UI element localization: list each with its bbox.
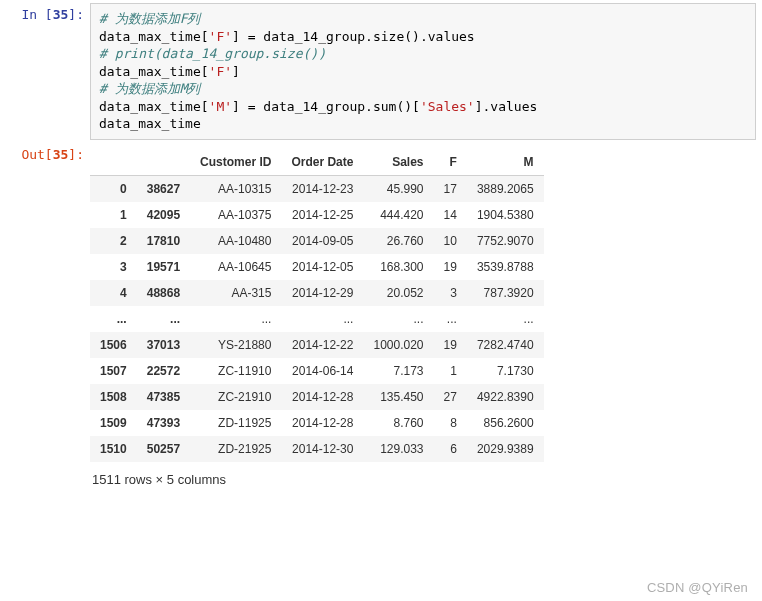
col-h2: Customer ID bbox=[190, 149, 281, 176]
col-h5: F bbox=[434, 149, 467, 176]
code-line-2b: ] = data_14_group.size().values bbox=[232, 29, 475, 44]
output-area: Customer ID Order Date Sales F M 038627A… bbox=[90, 143, 762, 497]
code-line-1: # 为数据添加F列 bbox=[99, 11, 200, 26]
input-cell: In [35]: # 为数据添加F列 data_max_time['F'] = … bbox=[0, 0, 762, 140]
code-line-3: # print(data_14_group.size()) bbox=[99, 46, 326, 61]
code-line-7: data_max_time bbox=[99, 116, 201, 131]
data-cell: 2014-12-28 bbox=[281, 384, 363, 410]
table-head: Customer ID Order Date Sales F M bbox=[90, 149, 544, 176]
data-cell: 2014-12-25 bbox=[281, 202, 363, 228]
col-h4: Sales bbox=[363, 149, 433, 176]
data-cell: 1 bbox=[434, 358, 467, 384]
data-cell: 2014-09-05 bbox=[281, 228, 363, 254]
data-cell: ZD-11925 bbox=[190, 410, 281, 436]
code-editor[interactable]: # 为数据添加F列 data_max_time['F'] = data_14_g… bbox=[90, 3, 756, 140]
row-index-cell: ... bbox=[137, 306, 190, 332]
data-cell: 787.3920 bbox=[467, 280, 544, 306]
data-cell: 8.760 bbox=[363, 410, 433, 436]
data-cell: 2014-12-30 bbox=[281, 436, 363, 462]
data-cell: 6 bbox=[434, 436, 467, 462]
code-line-4a: data_max_time[ bbox=[99, 64, 209, 79]
row-index-cell: 17810 bbox=[137, 228, 190, 254]
code-line-6s1: 'M' bbox=[209, 99, 232, 114]
data-cell: ... bbox=[190, 306, 281, 332]
data-cell: ... bbox=[467, 306, 544, 332]
table-row: 448868AA-3152014-12-2920.0523787.3920 bbox=[90, 280, 544, 306]
row-index-cell: 48868 bbox=[137, 280, 190, 306]
code-line-5: # 为数据添加M列 bbox=[99, 81, 200, 96]
in-prompt-number: 35 bbox=[53, 7, 69, 22]
data-cell: 168.300 bbox=[363, 254, 433, 280]
code-line-2a: data_max_time[ bbox=[99, 29, 209, 44]
code-line-4b: ] bbox=[232, 64, 240, 79]
data-cell: 2014-06-14 bbox=[281, 358, 363, 384]
data-cell: 2014-12-29 bbox=[281, 280, 363, 306]
data-cell: 45.990 bbox=[363, 175, 433, 202]
code-line-6b: ] = data_14_group.sum()[ bbox=[232, 99, 420, 114]
watermark: CSDN @QYiRen bbox=[647, 580, 748, 595]
data-cell: ZD-21925 bbox=[190, 436, 281, 462]
data-cell: ZC-11910 bbox=[190, 358, 281, 384]
table-dimensions: 1511 rows × 5 columns bbox=[90, 472, 762, 487]
out-prompt: Out[35]: bbox=[0, 143, 90, 164]
data-cell: ... bbox=[434, 306, 467, 332]
data-cell: 10 bbox=[434, 228, 467, 254]
data-cell: 7.173 bbox=[363, 358, 433, 384]
data-cell: 3889.2065 bbox=[467, 175, 544, 202]
data-cell: 2029.9389 bbox=[467, 436, 544, 462]
data-cell: AA-10315 bbox=[190, 175, 281, 202]
data-cell: 1000.020 bbox=[363, 332, 433, 358]
data-cell: 3 bbox=[434, 280, 467, 306]
in-prompt-suffix: ]: bbox=[68, 7, 84, 22]
data-cell: 4922.8390 bbox=[467, 384, 544, 410]
table-row: 151050257ZD-219252014-12-30129.03362029.… bbox=[90, 436, 544, 462]
data-cell: 2014-12-23 bbox=[281, 175, 363, 202]
table-row: ..................... bbox=[90, 306, 544, 332]
code-line-4s: 'F' bbox=[209, 64, 232, 79]
row-index-cell: 1507 bbox=[90, 358, 137, 384]
data-cell: 26.760 bbox=[363, 228, 433, 254]
code-line-6a: data_max_time[ bbox=[99, 99, 209, 114]
data-cell: 135.450 bbox=[363, 384, 433, 410]
table-row: 142095AA-103752014-12-25444.420141904.53… bbox=[90, 202, 544, 228]
data-cell: 14 bbox=[434, 202, 467, 228]
data-cell: AA-10645 bbox=[190, 254, 281, 280]
data-cell: 8 bbox=[434, 410, 467, 436]
code-line-2s: 'F' bbox=[209, 29, 232, 44]
data-cell: 129.033 bbox=[363, 436, 433, 462]
row-index-cell: 1510 bbox=[90, 436, 137, 462]
row-index-cell: 1 bbox=[90, 202, 137, 228]
col-h3: Order Date bbox=[281, 149, 363, 176]
dataframe-table: Customer ID Order Date Sales F M 038627A… bbox=[90, 149, 544, 462]
out-prompt-number: 35 bbox=[53, 147, 69, 162]
data-cell: ZC-21910 bbox=[190, 384, 281, 410]
data-cell: 1904.5380 bbox=[467, 202, 544, 228]
table-body: 038627AA-103152014-12-2345.990173889.206… bbox=[90, 175, 544, 462]
table-row: 150847385ZC-219102014-12-28135.450274922… bbox=[90, 384, 544, 410]
col-h0 bbox=[90, 149, 137, 176]
data-cell: 17 bbox=[434, 175, 467, 202]
data-cell: 3539.8788 bbox=[467, 254, 544, 280]
data-cell: AA-10480 bbox=[190, 228, 281, 254]
row-index-cell: 47393 bbox=[137, 410, 190, 436]
row-index-cell: 50257 bbox=[137, 436, 190, 462]
table-row: 150637013YS-218802014-12-221000.02019728… bbox=[90, 332, 544, 358]
row-index-cell: 4 bbox=[90, 280, 137, 306]
data-cell: 19 bbox=[434, 332, 467, 358]
row-index-cell: 42095 bbox=[137, 202, 190, 228]
out-prompt-prefix: Out[ bbox=[21, 147, 52, 162]
data-cell: ... bbox=[281, 306, 363, 332]
data-cell: 7752.9070 bbox=[467, 228, 544, 254]
data-cell: 444.420 bbox=[363, 202, 433, 228]
row-index-cell: 47385 bbox=[137, 384, 190, 410]
data-cell: YS-21880 bbox=[190, 332, 281, 358]
data-cell: AA-315 bbox=[190, 280, 281, 306]
table-header-row: Customer ID Order Date Sales F M bbox=[90, 149, 544, 176]
table-row: 319571AA-106452014-12-05168.300193539.87… bbox=[90, 254, 544, 280]
data-cell: 7282.4740 bbox=[467, 332, 544, 358]
data-cell: AA-10375 bbox=[190, 202, 281, 228]
data-cell: 19 bbox=[434, 254, 467, 280]
table-row: 038627AA-103152014-12-2345.990173889.206… bbox=[90, 175, 544, 202]
row-index-cell: 1506 bbox=[90, 332, 137, 358]
code-line-6c: ].values bbox=[475, 99, 538, 114]
